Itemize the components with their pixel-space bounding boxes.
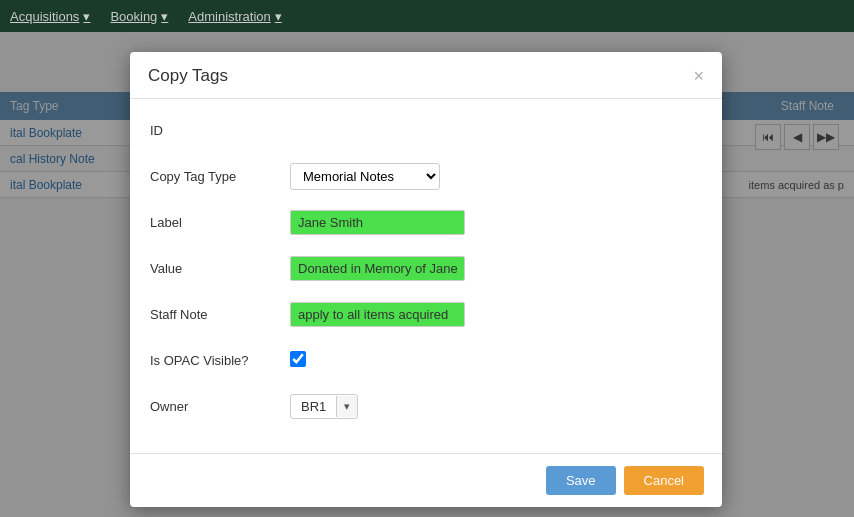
field-owner-row: Owner BR1 ▾ <box>150 391 702 421</box>
navbar-label-acquisitions: Acquisitions <box>10 9 79 24</box>
field-copy-tag-type-control: Memorial Notes Digital Bookplate Local H… <box>290 163 702 190</box>
opac-visible-checkbox[interactable] <box>290 351 306 367</box>
owner-select-wrapper[interactable]: BR1 ▾ <box>290 394 358 419</box>
modal-footer: Save Cancel <box>130 453 722 507</box>
field-owner-label: Owner <box>150 399 290 414</box>
field-label-row: Label <box>150 207 702 237</box>
cancel-button[interactable]: Cancel <box>624 466 704 495</box>
field-value-label: Value <box>150 261 290 276</box>
background-content: Tag Type Staff Note ital Bookplate cal H… <box>0 32 854 517</box>
field-id-label: ID <box>150 123 290 138</box>
field-label-label: Label <box>150 215 290 230</box>
copy-tag-type-select[interactable]: Memorial Notes Digital Bookplate Local H… <box>290 163 440 190</box>
booking-caret-icon: ▾ <box>161 9 168 24</box>
navbar-item-acquisitions[interactable]: Acquisitions ▾ <box>10 9 90 24</box>
save-button[interactable]: Save <box>546 466 616 495</box>
staff-note-input[interactable] <box>290 302 465 327</box>
modal-body: ID Copy Tag Type Memorial Notes Digital … <box>130 99 722 453</box>
navbar-label-booking: Booking <box>110 9 157 24</box>
field-opac-visible-label: Is OPAC Visible? <box>150 353 290 368</box>
label-input[interactable] <box>290 210 465 235</box>
field-opac-visible-control <box>290 351 702 370</box>
owner-caret-icon[interactable]: ▾ <box>336 396 357 417</box>
field-owner-control: BR1 ▾ <box>290 394 702 419</box>
copy-tags-modal: Copy Tags × ID Copy Tag Type Memorial No… <box>130 52 722 507</box>
field-value-control <box>290 256 702 281</box>
modal-close-button[interactable]: × <box>693 67 704 85</box>
navbar-item-booking[interactable]: Booking ▾ <box>110 9 168 24</box>
administration-caret-icon: ▾ <box>275 9 282 24</box>
navbar-label-administration: Administration <box>188 9 270 24</box>
owner-select-value: BR1 <box>291 395 336 418</box>
acquisitions-caret-icon: ▾ <box>83 9 90 24</box>
navbar: Acquisitions ▾ Booking ▾ Administration … <box>0 0 854 32</box>
field-id-row: ID <box>150 115 702 145</box>
field-copy-tag-type-label: Copy Tag Type <box>150 169 290 184</box>
modal-header: Copy Tags × <box>130 52 722 99</box>
field-staff-note-label: Staff Note <box>150 307 290 322</box>
modal-title: Copy Tags <box>148 66 228 86</box>
field-copy-tag-type-row: Copy Tag Type Memorial Notes Digital Boo… <box>150 161 702 191</box>
field-staff-note-row: Staff Note <box>150 299 702 329</box>
field-opac-visible-row: Is OPAC Visible? <box>150 345 702 375</box>
navbar-item-administration[interactable]: Administration ▾ <box>188 9 281 24</box>
value-input[interactable] <box>290 256 465 281</box>
field-label-control <box>290 210 702 235</box>
field-value-row: Value <box>150 253 702 283</box>
field-staff-note-control <box>290 302 702 327</box>
